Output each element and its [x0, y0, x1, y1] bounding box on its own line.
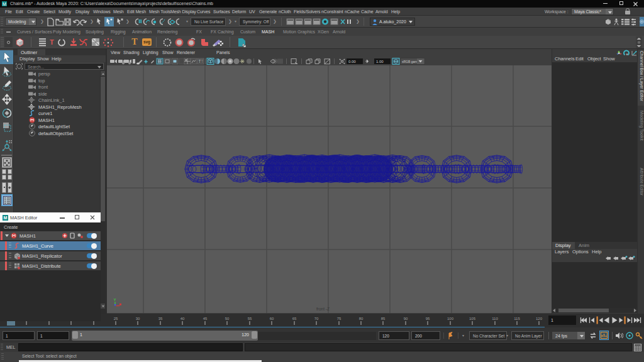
svg-text:25: 25 [114, 317, 118, 321]
svg-text:100: 100 [447, 317, 454, 321]
svg-text:65: 65 [292, 317, 297, 321]
svg-text:80: 80 [359, 317, 364, 321]
svg-text:110: 110 [492, 317, 498, 321]
svg-text:35: 35 [158, 317, 163, 321]
svg-text:85: 85 [381, 317, 386, 321]
svg-text:0.00: 0.00 [348, 60, 356, 63]
svg-text:front -Z: front -Z [316, 307, 330, 311]
svg-text:1.00: 1.00 [376, 60, 384, 63]
svg-text:95: 95 [426, 317, 430, 321]
svg-text:T: T [50, 38, 54, 46]
svg-text:1: 1 [551, 318, 553, 322]
svg-text:30: 30 [136, 317, 140, 321]
svg-text:70: 70 [314, 317, 319, 321]
svg-text:55: 55 [248, 317, 252, 321]
svg-text:45: 45 [203, 317, 208, 321]
svg-text:50: 50 [225, 317, 230, 321]
svg-text:75: 75 [337, 317, 341, 321]
svg-text:115: 115 [514, 317, 520, 321]
svg-text:120: 120 [536, 317, 543, 321]
svg-text:Y: Y [114, 298, 116, 302]
svg-text:T: T [201, 59, 204, 63]
svg-text:60: 60 [270, 317, 274, 321]
svg-text:105: 105 [469, 317, 476, 321]
svg-text:40: 40 [180, 317, 185, 321]
svg-text:90: 90 [404, 317, 408, 321]
